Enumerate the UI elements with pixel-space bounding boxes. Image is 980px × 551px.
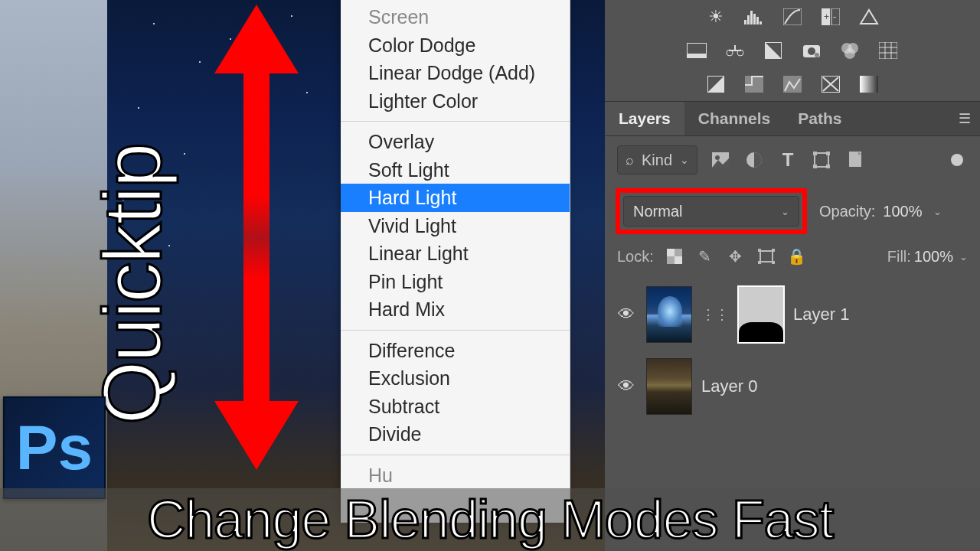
svg-rect-0: [744, 20, 746, 24]
chevron-down-icon[interactable]: ⌄: [959, 251, 968, 262]
visibility-icon[interactable]: 👁: [616, 305, 637, 324]
blend-opacity-row: Normal ⌄ Opacity: 100% ⌄: [605, 184, 980, 239]
channel-mixer-icon[interactable]: [801, 41, 822, 60]
lock-label: Lock:: [617, 248, 654, 266]
svg-rect-48: [675, 256, 682, 264]
opacity-value[interactable]: 100%: [883, 203, 922, 220]
filter-kind-dropdown[interactable]: ⌕ Kind ⌄: [617, 145, 697, 174]
svg-rect-50: [758, 249, 761, 252]
lock-position-icon[interactable]: ✥: [726, 246, 746, 266]
threshold-icon[interactable]: [743, 75, 765, 93]
vibrance-icon[interactable]: [858, 8, 880, 26]
menu-item-overlay[interactable]: Overlay: [341, 128, 570, 156]
panel-tabs: Layers Channels Paths ☰: [605, 101, 980, 136]
layer-thumbnail[interactable]: [646, 358, 692, 415]
lock-pixels-icon[interactable]: ✎: [695, 246, 715, 266]
color-lookup-icon[interactable]: [839, 41, 861, 60]
curves-icon[interactable]: [782, 8, 803, 26]
svg-rect-41: [813, 152, 817, 155]
filter-adjustment-icon[interactable]: [743, 149, 765, 171]
selective-color-icon[interactable]: [782, 75, 803, 93]
lock-artboard-icon[interactable]: [756, 246, 776, 266]
link-icon[interactable]: ⋮⋮: [701, 306, 729, 323]
search-icon: ⌕: [626, 152, 634, 168]
chevron-down-icon: ⌄: [781, 206, 789, 217]
svg-point-38: [715, 155, 720, 160]
chevron-down-icon: ⌄: [680, 154, 689, 166]
blend-mode-dropdown[interactable]: Normal ⌄: [623, 196, 799, 227]
svg-rect-5: [760, 21, 762, 24]
menu-item-linear-light[interactable]: Linear Light: [341, 240, 570, 268]
menu-item-color-dodge[interactable]: Color Dodge: [341, 31, 570, 60]
svg-rect-42: [826, 152, 830, 155]
invert-icon[interactable]: [705, 75, 727, 93]
layer-mask-thumbnail[interactable]: [738, 286, 784, 343]
visibility-icon[interactable]: 👁: [616, 377, 637, 396]
layer-name[interactable]: Layer 0: [701, 377, 757, 396]
menu-item-soft-light[interactable]: Soft Light: [341, 156, 570, 184]
tab-channels[interactable]: Channels: [684, 102, 785, 135]
lock-transparency-icon[interactable]: [665, 246, 684, 266]
svg-rect-51: [772, 249, 775, 252]
menu-item-subtract[interactable]: Subtract: [341, 393, 570, 421]
filter-shape-icon[interactable]: [811, 149, 832, 171]
tab-layers[interactable]: Layers: [605, 102, 684, 135]
lock-all-icon[interactable]: 🔒: [787, 246, 807, 266]
filter-type-icon[interactable]: T: [777, 149, 799, 171]
menu-item-hard-light[interactable]: Hard Light: [341, 184, 570, 212]
fill-value[interactable]: 100%: [914, 248, 953, 266]
menu-item-exclusion[interactable]: Exclusion: [341, 364, 570, 393]
layer-filter-row: ⌕ Kind ⌄ T: [605, 136, 980, 184]
menu-item-pin-light[interactable]: Pin Light: [341, 268, 570, 296]
brightness-icon[interactable]: ☀: [705, 8, 727, 26]
svg-rect-52: [758, 261, 761, 264]
svg-text:+: +: [824, 11, 829, 22]
menu-item-hue[interactable]: Hu: [341, 461, 570, 490]
svg-rect-49: [760, 251, 773, 262]
layer-name[interactable]: Layer 1: [793, 305, 849, 324]
annotation-arrow: [234, 8, 279, 467]
layer-row[interactable]: 👁 ⋮⋮ Layer 1: [605, 279, 980, 350]
levels-icon[interactable]: [743, 8, 765, 26]
right-panel: ☀ +- Layers Channels Paths ☰ ⌕ Kind ⌄ T: [605, 0, 980, 551]
blend-mode-menu[interactable]: Screen Color Dodge Linear Dodge (Add) Li…: [341, 0, 570, 523]
bw-icon[interactable]: [763, 41, 784, 60]
posterize-icon[interactable]: [877, 41, 899, 60]
layer-row[interactable]: 👁 Layer 0: [605, 350, 980, 422]
tab-paths[interactable]: Paths: [784, 102, 855, 135]
svg-rect-16: [729, 50, 741, 51]
chevron-down-icon[interactable]: ⌄: [933, 206, 942, 217]
gradient-map-icon[interactable]: [820, 75, 841, 93]
layer-thumbnail[interactable]: [646, 286, 692, 343]
menu-item-lighter-color[interactable]: Lighter Color: [341, 87, 570, 116]
filter-kind-label: Kind: [642, 152, 672, 169]
svg-rect-2: [750, 11, 753, 24]
filter-pixel-icon[interactable]: [710, 149, 731, 171]
caption-bar: Change Blending Modes Fast: [0, 488, 980, 551]
svg-rect-36: [860, 76, 878, 93]
menu-item-hard-mix[interactable]: Hard Mix: [341, 295, 570, 324]
blend-mode-value: Normal: [633, 203, 682, 220]
panel-menu-icon[interactable]: ☰: [948, 110, 980, 127]
caption-text: Change Blending Modes Fast: [147, 489, 833, 550]
menu-item-linear-dodge[interactable]: Linear Dodge (Add): [341, 59, 570, 87]
filter-toggle[interactable]: [951, 154, 963, 166]
menu-item-screen[interactable]: Screen: [341, 3, 570, 31]
layers-list: 👁 ⋮⋮ Layer 1 👁 Layer 0: [605, 274, 980, 427]
solid-icon[interactable]: [858, 75, 880, 93]
fill-label: Fill:: [887, 248, 911, 266]
photoshop-logo: Ps: [3, 396, 106, 499]
menu-item-difference[interactable]: Difference: [341, 337, 570, 365]
exposure-icon[interactable]: +-: [820, 8, 841, 26]
quicktip-title: Quicktip: [84, 145, 180, 425]
color-balance-icon[interactable]: [724, 41, 746, 60]
filter-smartobject-icon[interactable]: [844, 149, 866, 171]
photo-filter-icon[interactable]: [686, 41, 707, 60]
svg-text:-: -: [833, 11, 836, 22]
svg-point-20: [815, 53, 819, 57]
menu-item-divide[interactable]: Divide: [341, 420, 570, 448]
svg-rect-31: [745, 84, 751, 86]
adjustment-icons-row1: ☀ +-: [605, 0, 980, 34]
menu-item-vivid-light[interactable]: Vivid Light: [341, 212, 570, 240]
svg-rect-33: [753, 76, 763, 77]
